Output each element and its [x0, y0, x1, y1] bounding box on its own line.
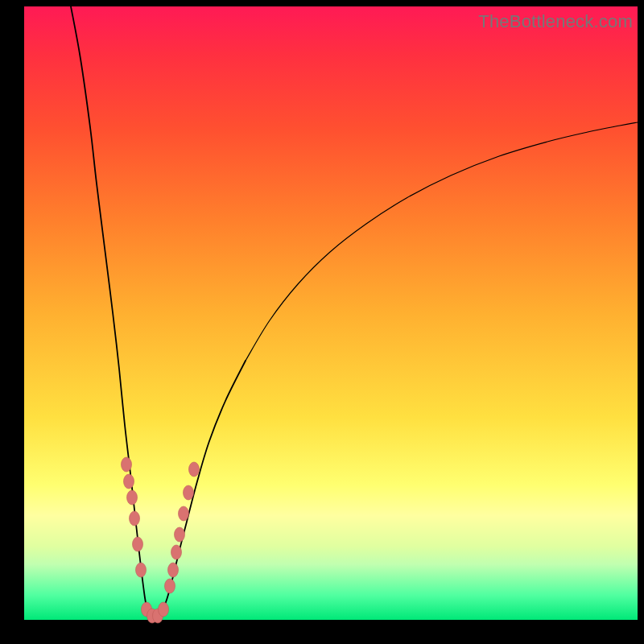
bead-marker — [133, 537, 143, 551]
bead-marker — [165, 579, 175, 593]
bead-marker — [159, 602, 169, 617]
curve-left-branch — [71, 6, 155, 618]
plot-area: TheBottleneck.com — [24, 6, 638, 620]
bead-marker — [171, 545, 182, 559]
bead-marker — [168, 563, 179, 577]
curve-svg — [24, 6, 638, 620]
bead-marker — [130, 511, 140, 526]
bead-marker — [122, 457, 132, 472]
bead-marker — [175, 527, 185, 542]
chart-frame: TheBottleneck.com — [0, 0, 644, 644]
bead-marker — [189, 462, 200, 477]
bead-marker — [179, 506, 189, 521]
bead-marker — [136, 563, 147, 577]
curve-right-branch — [155, 122, 638, 618]
bead-marker — [127, 490, 138, 505]
bead-marker — [124, 474, 134, 489]
bead-markers — [122, 457, 200, 623]
bead-marker — [184, 485, 194, 500]
